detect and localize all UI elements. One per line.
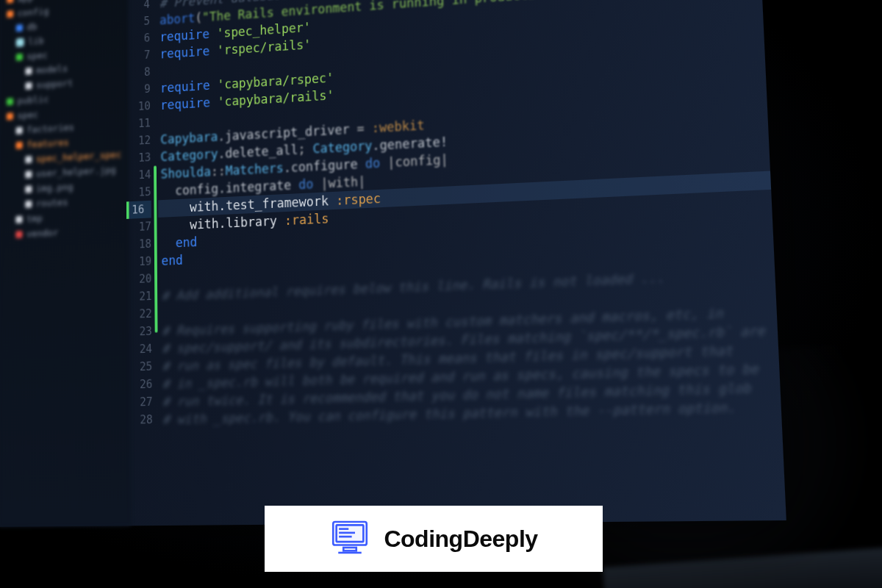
tree-item-label: app bbox=[18, 0, 33, 4]
line-number: 26 bbox=[130, 376, 153, 394]
orange-folder-icon bbox=[7, 0, 13, 3]
line-number: 4 bbox=[128, 0, 150, 14]
line-number: 5 bbox=[128, 12, 150, 31]
line-number: 8 bbox=[128, 63, 150, 82]
line-number: 9 bbox=[129, 80, 151, 98]
white-folder-icon bbox=[25, 156, 32, 163]
computer-icon bbox=[329, 517, 370, 561]
tree-item-label: support bbox=[36, 77, 73, 90]
line-number: 11 bbox=[129, 115, 151, 133]
red-folder-icon bbox=[15, 231, 22, 238]
line-number: 14 bbox=[129, 166, 151, 184]
blue-folder-icon bbox=[16, 24, 23, 32]
tree-item-label: vendor bbox=[26, 227, 58, 239]
photo-viewport: appconfigdblibspecmodelssupportpublicspe… bbox=[0, 0, 882, 588]
line-number: 10 bbox=[129, 98, 151, 116]
white-folder-icon bbox=[25, 171, 32, 178]
white-folder-icon bbox=[16, 126, 23, 134]
tree-item-label: spec bbox=[26, 50, 48, 62]
watermark-text: CodingDeeply bbox=[384, 526, 537, 553]
watermark-banner: CodingDeeply bbox=[265, 506, 603, 572]
line-number: 24 bbox=[129, 340, 152, 359]
tree-item-label: db bbox=[26, 21, 37, 32]
line-number: 16 bbox=[126, 201, 151, 219]
tree-item-label: spec bbox=[17, 109, 38, 121]
line-number: 28 bbox=[130, 411, 153, 429]
white-folder-icon bbox=[25, 185, 32, 193]
white-folder-icon bbox=[25, 200, 32, 207]
file-tree-sidebar[interactable]: appconfigdblibspecmodelssupportpublicspe… bbox=[0, 0, 131, 527]
tree-item-label: lib bbox=[28, 35, 43, 47]
tree-item-label: routes bbox=[36, 197, 68, 209]
green-folder-icon bbox=[7, 98, 13, 105]
line-number: 6 bbox=[128, 29, 150, 48]
line-number: 18 bbox=[129, 235, 151, 254]
white-folder-icon bbox=[15, 215, 22, 223]
code-area[interactable]: require File.expand_path("../../config/e… bbox=[157, 0, 786, 526]
line-number: 17 bbox=[129, 218, 151, 236]
tree-item-label: features bbox=[26, 137, 69, 150]
cyan-folder-icon bbox=[16, 37, 24, 46]
tree-item-label: factories bbox=[26, 122, 74, 135]
tree-item-label: config bbox=[18, 6, 49, 18]
line-number: 12 bbox=[129, 132, 151, 150]
line-number: 7 bbox=[128, 46, 150, 65]
code-editor[interactable]: 3456789101112131415161718192021222324252… bbox=[128, 0, 786, 526]
white-folder-icon bbox=[25, 82, 32, 89]
tree-item-label: tmp bbox=[26, 213, 43, 225]
line-number: 19 bbox=[129, 253, 151, 271]
line-number: 15 bbox=[129, 183, 151, 201]
line-number: 27 bbox=[130, 393, 153, 412]
line-number: 25 bbox=[130, 358, 153, 376]
orange-folder-icon bbox=[16, 141, 23, 148]
svg-rect-5 bbox=[344, 548, 357, 551]
orange-folder-icon bbox=[7, 10, 13, 18]
white-folder-icon bbox=[25, 67, 32, 74]
line-number: 13 bbox=[129, 148, 151, 167]
tree-item-label: user_helper.jpg bbox=[36, 164, 116, 179]
orange-folder-icon bbox=[7, 112, 13, 120]
tree-item-label: img.png bbox=[36, 182, 74, 194]
editor-screen: appconfigdblibspecmodelssupportpublicspe… bbox=[0, 0, 786, 527]
green-folder-icon bbox=[16, 53, 23, 60]
line-number: 20 bbox=[129, 270, 151, 288]
line-number: 22 bbox=[129, 305, 152, 323]
line-number: 23 bbox=[129, 323, 152, 341]
line-number: 21 bbox=[129, 287, 152, 306]
tree-item-label: public bbox=[17, 93, 49, 106]
tree-item-label: models bbox=[36, 63, 68, 76]
